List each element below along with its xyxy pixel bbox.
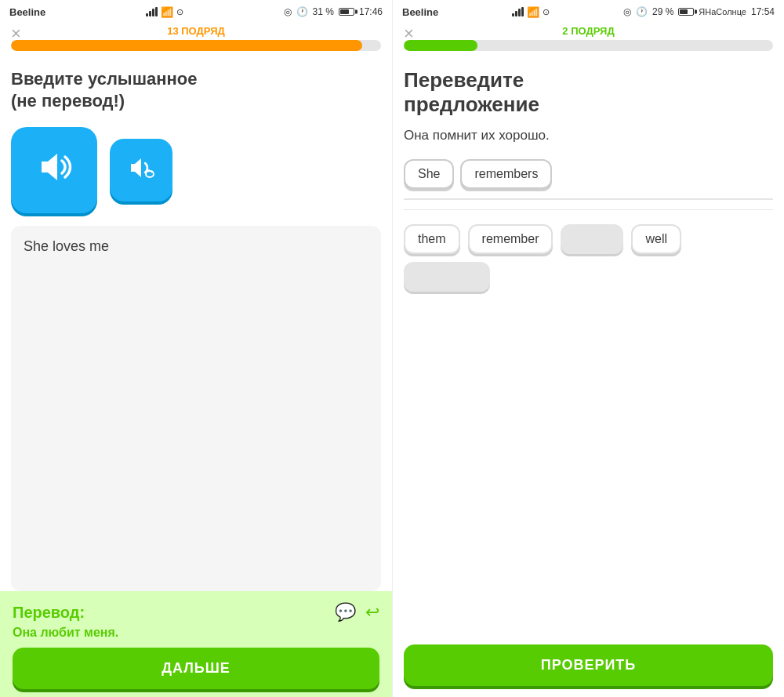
right-streak-label: 2 ПОДРЯД bbox=[404, 25, 773, 37]
left-progress-bar bbox=[11, 40, 381, 51]
right-progress-area: 2 ПОДРЯД bbox=[393, 22, 784, 56]
right-username: ЯНаСолнце bbox=[699, 7, 746, 16]
left-battery-icon bbox=[339, 8, 354, 16]
left-progress-area: 13 ПОДРЯД bbox=[0, 22, 392, 56]
left-clock-icon: 🕐 bbox=[296, 6, 308, 17]
left-audio-buttons bbox=[0, 119, 392, 226]
right-word-remember[interactable]: remember bbox=[468, 224, 554, 254]
right-clock-icon: 🕐 bbox=[636, 6, 648, 17]
right-panel: Beeline 📶 ⊙ ◎ 🕐 29 % ЯНаСолнце 17:54 2 П… bbox=[392, 0, 784, 697]
right-instruction: Переведитепредложение bbox=[393, 56, 784, 122]
right-status-bar: Beeline 📶 ⊙ ◎ 🕐 29 % ЯНаСолнце 17:54 bbox=[393, 0, 784, 22]
right-carrier: Beeline bbox=[402, 6, 438, 18]
left-signal-icon bbox=[146, 7, 158, 16]
left-status-right: ◎ 🕐 31 % 17:46 bbox=[284, 6, 383, 17]
right-answer-area: She remembers bbox=[404, 153, 773, 200]
left-panel: Beeline 📶 ⊙ ◎ 🕐 31 % 17:46 13 ПОДРЯД bbox=[0, 0, 392, 697]
right-answer-chip-she[interactable]: She bbox=[404, 159, 454, 189]
right-signal-icon bbox=[512, 7, 524, 16]
left-progress-fill bbox=[11, 40, 362, 51]
right-answer-chip-remembers[interactable]: remembers bbox=[460, 159, 552, 189]
left-status-icons: 📶 ⊙ bbox=[146, 6, 183, 18]
left-translation-text: Она любит меня. bbox=[13, 626, 379, 640]
right-eye-icon: ◎ bbox=[623, 6, 631, 17]
left-streak-label: 13 ПОДРЯД bbox=[11, 25, 381, 37]
left-audio-slow-button[interactable] bbox=[110, 139, 172, 201]
left-instruction: Введите услышанное(не перевод!) bbox=[0, 56, 392, 119]
right-battery-icon bbox=[678, 8, 694, 16]
left-share-icon[interactable]: ↩ bbox=[365, 602, 379, 623]
right-progress-bar bbox=[404, 40, 773, 51]
left-status-bar: Beeline 📶 ⊙ ◎ 🕐 31 % 17:46 bbox=[0, 0, 392, 22]
right-spacer bbox=[393, 299, 784, 637]
left-carrier: Beeline bbox=[9, 6, 45, 18]
right-camera-icon: ⊙ bbox=[543, 7, 550, 17]
left-slow-speaker-icon bbox=[126, 153, 156, 187]
left-battery-pct: 31 % bbox=[313, 6, 334, 17]
right-word-them[interactable]: them bbox=[404, 224, 460, 254]
left-translation-header: Перевод: 💬 ↩ bbox=[13, 602, 379, 623]
right-time: 17:54 bbox=[751, 6, 775, 17]
right-word-well[interactable]: well bbox=[631, 224, 681, 254]
right-check-button[interactable]: ПРОВЕРИТЬ bbox=[404, 644, 773, 686]
left-translation-label: Перевод: bbox=[13, 604, 85, 622]
right-bottom: ПРОВЕРИТЬ bbox=[393, 637, 784, 697]
right-battery-pct: 29 % bbox=[652, 6, 673, 17]
right-russian-sentence: Она помнит их хорошо. bbox=[393, 122, 784, 153]
left-speaker-icon bbox=[34, 147, 74, 194]
left-bubble-icon[interactable]: 💬 bbox=[335, 602, 356, 623]
left-close-button[interactable]: × bbox=[11, 25, 21, 42]
svg-point-1 bbox=[151, 171, 154, 173]
left-camera-icon: ⊙ bbox=[176, 7, 183, 17]
right-word-bank: them remember well bbox=[393, 210, 784, 299]
right-word-empty-2 bbox=[404, 262, 490, 292]
right-close-button[interactable]: × bbox=[404, 25, 414, 42]
left-next-button[interactable]: ДАЛЬШЕ bbox=[13, 648, 379, 689]
right-progress-fill bbox=[404, 40, 477, 51]
left-eye-icon: ◎ bbox=[284, 6, 292, 17]
right-wifi-icon: 📶 bbox=[527, 6, 539, 18]
right-word-empty-1 bbox=[561, 224, 623, 254]
right-status-right: ◎ 🕐 29 % ЯНаСолнце 17:54 bbox=[623, 6, 775, 17]
left-input-text: She loves me bbox=[24, 238, 109, 254]
right-status-icons: 📶 ⊙ bbox=[512, 6, 550, 18]
left-wifi-icon: 📶 bbox=[161, 6, 173, 18]
left-time: 17:46 bbox=[359, 6, 383, 17]
left-audio-play-button[interactable] bbox=[11, 127, 97, 213]
left-bottom-panel: Перевод: 💬 ↩ Она любит меня. ДАЛЬШЕ bbox=[0, 591, 392, 697]
left-translation-icons: 💬 ↩ bbox=[335, 602, 379, 623]
left-text-input[interactable]: She loves me bbox=[11, 226, 381, 591]
